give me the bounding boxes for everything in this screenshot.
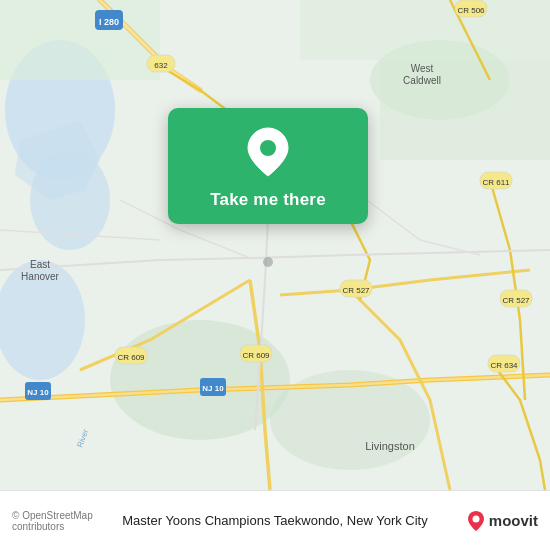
svg-text:632: 632: [154, 61, 168, 70]
svg-text:CR 609: CR 609: [242, 351, 270, 360]
svg-text:I 280: I 280: [99, 17, 119, 27]
svg-rect-5: [0, 0, 160, 80]
svg-text:CR 611: CR 611: [482, 178, 510, 187]
svg-point-41: [263, 257, 273, 267]
svg-text:CR 634: CR 634: [490, 361, 518, 370]
moovit-pin-icon: [467, 510, 485, 532]
svg-text:NJ 10: NJ 10: [202, 384, 224, 393]
place-name: Master Yoons Champions Taekwondo, New Yo…: [117, 513, 433, 528]
bottom-bar: © OpenStreetMap contributors Master Yoon…: [0, 490, 550, 550]
svg-text:CR 609: CR 609: [117, 353, 145, 362]
svg-text:Livingston: Livingston: [365, 440, 415, 452]
moovit-label: moovit: [489, 512, 538, 529]
svg-text:CR 527: CR 527: [342, 286, 370, 295]
map-attribution: © OpenStreetMap contributors: [12, 510, 117, 532]
take-me-there-label: Take me there: [210, 190, 326, 210]
svg-text:Caldwell: Caldwell: [403, 75, 441, 86]
svg-text:CR 506: CR 506: [457, 6, 485, 15]
svg-text:NJ 10: NJ 10: [27, 388, 49, 397]
svg-text:East: East: [30, 259, 50, 270]
svg-text:Hanover: Hanover: [21, 271, 59, 282]
moovit-logo: moovit: [433, 510, 538, 532]
location-pin-icon: [242, 126, 294, 178]
action-card[interactable]: Take me there: [168, 108, 368, 224]
svg-text:CR 527: CR 527: [502, 296, 530, 305]
svg-point-42: [260, 140, 276, 156]
svg-point-43: [472, 515, 479, 522]
svg-text:West: West: [411, 63, 434, 74]
map-view: I 280 NJ 10 NJ 10 CR 613 CR 527 CR 609 C…: [0, 0, 550, 490]
